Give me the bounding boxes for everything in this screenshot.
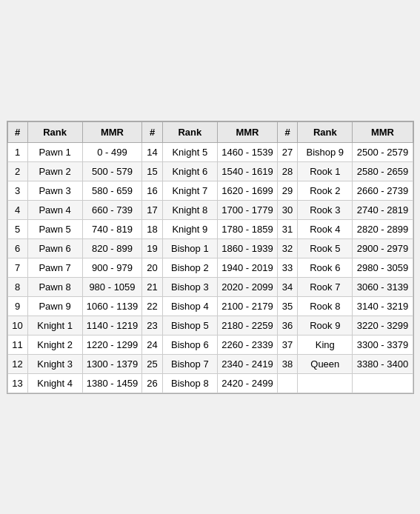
- cell-num-10-0: 11: [7, 335, 27, 354]
- cell-mmr-6-1: 1940 - 2019: [217, 258, 277, 277]
- header-rank-1: Rank: [27, 121, 82, 142]
- cell-num-3-1: 17: [142, 200, 162, 219]
- cell-num-8-2: 35: [277, 296, 297, 316]
- cell-rank-5-1: Bishop 1: [162, 238, 217, 258]
- cell-num-7-0: 8: [7, 277, 27, 296]
- cell-num-1-2: 28: [277, 161, 297, 181]
- cell-rank-6-0: Pawn 7: [27, 258, 82, 277]
- cell-mmr-11-0: 1300 - 1379: [82, 354, 142, 373]
- cell-mmr-8-1: 2100 - 2179: [217, 296, 277, 316]
- cell-mmr-12-0: 1380 - 1459: [82, 373, 142, 393]
- cell-num-7-1: 21: [142, 277, 162, 296]
- header-num-3: #: [277, 121, 297, 142]
- cell-rank-8-0: Pawn 9: [27, 296, 82, 316]
- cell-rank-9-1: Bishop 5: [162, 316, 217, 335]
- cell-mmr-10-2: 3300 - 3379: [353, 335, 413, 354]
- cell-rank-11-0: Knight 3: [27, 354, 82, 373]
- cell-num-9-1: 23: [142, 316, 162, 335]
- cell-mmr-1-1: 1540 - 1619: [217, 161, 277, 181]
- cell-mmr-9-2: 3220 - 3299: [353, 316, 413, 335]
- table-row: 13Knight 41380 - 145926Bishop 82420 - 24…: [7, 373, 413, 393]
- cell-num-4-0: 5: [7, 219, 27, 238]
- cell-num-10-2: 37: [277, 335, 297, 354]
- cell-rank-8-2: Rook 8: [298, 296, 353, 316]
- cell-num-10-1: 24: [142, 335, 162, 354]
- header-mmr-3: MMR: [353, 121, 413, 142]
- cell-num-2-2: 29: [277, 181, 297, 200]
- cell-mmr-0-0: 0 - 499: [82, 142, 142, 161]
- cell-mmr-0-2: 2500 - 2579: [353, 142, 413, 161]
- cell-num-11-1: 25: [142, 354, 162, 373]
- cell-num-0-1: 14: [142, 142, 162, 161]
- cell-rank-4-1: Knight 9: [162, 219, 217, 238]
- cell-num-12-2: [277, 373, 297, 393]
- header-rank-2: Rank: [162, 121, 217, 142]
- cell-rank-12-0: Knight 4: [27, 373, 82, 393]
- cell-rank-4-2: Rook 4: [298, 219, 353, 238]
- cell-mmr-6-2: 2980 - 3059: [353, 258, 413, 277]
- cell-mmr-6-0: 900 - 979: [82, 258, 142, 277]
- cell-num-8-1: 22: [142, 296, 162, 316]
- cell-rank-7-2: Rook 7: [298, 277, 353, 296]
- cell-mmr-2-2: 2660 - 2739: [353, 181, 413, 200]
- cell-num-4-2: 31: [277, 219, 297, 238]
- cell-num-7-2: 34: [277, 277, 297, 296]
- cell-num-1-1: 15: [142, 161, 162, 181]
- cell-rank-1-1: Knight 6: [162, 161, 217, 181]
- cell-rank-9-2: Rook 9: [298, 316, 353, 335]
- cell-mmr-5-0: 820 - 899: [82, 238, 142, 258]
- cell-mmr-8-2: 3140 - 3219: [353, 296, 413, 316]
- cell-mmr-5-2: 2900 - 2979: [353, 238, 413, 258]
- cell-num-3-2: 30: [277, 200, 297, 219]
- cell-mmr-9-0: 1140 - 1219: [82, 316, 142, 335]
- cell-mmr-5-1: 1860 - 1939: [217, 238, 277, 258]
- cell-mmr-10-1: 2260 - 2339: [217, 335, 277, 354]
- cell-rank-5-0: Pawn 6: [27, 238, 82, 258]
- header-mmr-2: MMR: [217, 121, 277, 142]
- table-row: 5Pawn 5740 - 81918Knight 91780 - 185931R…: [7, 219, 413, 238]
- cell-num-12-1: 26: [142, 373, 162, 393]
- cell-rank-1-2: Rook 1: [298, 161, 353, 181]
- cell-rank-0-2: Bishop 9: [298, 142, 353, 161]
- cell-num-6-0: 7: [7, 258, 27, 277]
- cell-num-5-2: 32: [277, 238, 297, 258]
- table-row: 3Pawn 3580 - 65916Knight 71620 - 169929R…: [7, 181, 413, 200]
- cell-num-11-2: 38: [277, 354, 297, 373]
- cell-num-3-0: 4: [7, 200, 27, 219]
- table-row: 7Pawn 7900 - 97920Bishop 21940 - 201933R…: [7, 258, 413, 277]
- cell-rank-5-2: Rook 5: [298, 238, 353, 258]
- cell-rank-6-1: Bishop 2: [162, 258, 217, 277]
- cell-mmr-10-0: 1220 - 1299: [82, 335, 142, 354]
- cell-mmr-9-1: 2180 - 2259: [217, 316, 277, 335]
- cell-rank-3-2: Rook 3: [298, 200, 353, 219]
- cell-mmr-4-0: 740 - 819: [82, 219, 142, 238]
- cell-rank-2-2: Rook 2: [298, 181, 353, 200]
- cell-rank-6-2: Rook 6: [298, 258, 353, 277]
- cell-mmr-3-0: 660 - 739: [82, 200, 142, 219]
- cell-mmr-11-1: 2340 - 2419: [217, 354, 277, 373]
- cell-mmr-8-0: 1060 - 1139: [82, 296, 142, 316]
- table-row: 9Pawn 91060 - 113922Bishop 42100 - 21793…: [7, 296, 413, 316]
- cell-mmr-12-2: [353, 373, 413, 393]
- cell-mmr-7-0: 980 - 1059: [82, 277, 142, 296]
- cell-rank-11-2: Queen: [298, 354, 353, 373]
- cell-rank-0-1: Knight 5: [162, 142, 217, 161]
- cell-mmr-4-2: 2820 - 2899: [353, 219, 413, 238]
- cell-rank-0-0: Pawn 1: [27, 142, 82, 161]
- cell-num-5-0: 6: [7, 238, 27, 258]
- cell-num-2-0: 3: [7, 181, 27, 200]
- cell-rank-4-0: Pawn 5: [27, 219, 82, 238]
- cell-rank-12-2: [298, 373, 353, 393]
- cell-num-9-0: 10: [7, 316, 27, 335]
- table-row: 2Pawn 2500 - 57915Knight 61540 - 161928R…: [7, 161, 413, 181]
- cell-num-1-0: 2: [7, 161, 27, 181]
- cell-mmr-2-0: 580 - 659: [82, 181, 142, 200]
- header-num-1: #: [7, 121, 27, 142]
- table-row: 1Pawn 10 - 49914Knight 51460 - 153927Bis…: [7, 142, 413, 161]
- cell-mmr-4-1: 1780 - 1859: [217, 219, 277, 238]
- cell-rank-2-1: Knight 7: [162, 181, 217, 200]
- cell-num-0-2: 27: [277, 142, 297, 161]
- cell-rank-3-1: Knight 8: [162, 200, 217, 219]
- cell-rank-7-1: Bishop 3: [162, 277, 217, 296]
- cell-rank-10-2: King: [298, 335, 353, 354]
